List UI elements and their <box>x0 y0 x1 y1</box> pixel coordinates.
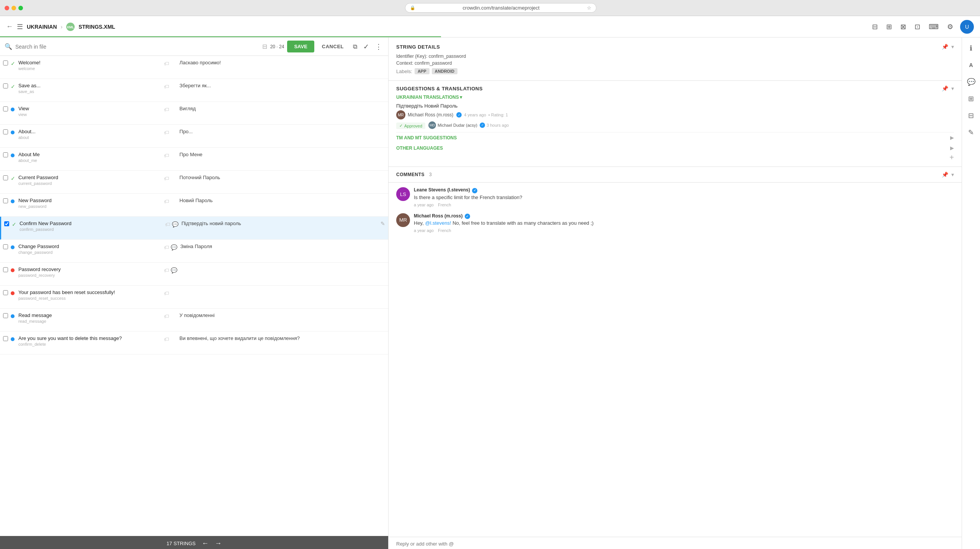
tag-icon[interactable]: 🏷 <box>164 60 169 67</box>
comment-icon[interactable]: 💬 <box>171 267 177 273</box>
checkbox[interactable] <box>3 129 8 134</box>
tag-icon[interactable]: 🏷 <box>164 313 169 319</box>
tm-label[interactable]: TM AND MT SUGGESTIONS <box>396 135 457 141</box>
row-checkbox[interactable] <box>3 267 11 273</box>
suggestions-title: SUGGESTIONS & TRANSLATIONS <box>396 86 483 92</box>
row-checkbox[interactable] <box>3 106 11 113</box>
checkbox[interactable] <box>3 244 8 249</box>
row-checkbox[interactable] <box>3 60 11 67</box>
suggestions-pin-icon[interactable]: 📌 <box>942 85 948 92</box>
checkbox[interactable] <box>3 336 8 341</box>
row-checkbox[interactable] <box>3 83 11 90</box>
table-icon[interactable]: ⊞ <box>964 91 979 106</box>
row-checkbox[interactable] <box>3 198 11 204</box>
browser-chrome: 🔒 crowdin.com/translate/acmeproject ☆ <box>0 0 980 16</box>
user-avatar[interactable]: U <box>960 20 974 34</box>
next-strings-button[interactable]: → <box>215 539 222 547</box>
checkbox[interactable] <box>3 198 8 203</box>
tag-icon[interactable]: 🏷 <box>164 336 169 342</box>
table-row[interactable]: About... about 🏷 Про... <box>0 125 388 148</box>
edit-icon[interactable]: ✎ <box>381 221 385 227</box>
tag-icon[interactable]: 🏷 <box>164 198 169 204</box>
row-source: About Me about_me <box>18 152 164 163</box>
table-row[interactable]: Your password has been reset successfull… <box>0 286 388 309</box>
ukrainian-translations-toggle[interactable]: UKRAINIAN TRANSLATIONS ▾ <box>396 95 954 100</box>
tag-icon[interactable]: 🏷 <box>164 129 169 136</box>
string-list-panel: 🔍 ⊟ 20 · 24 SAVE CANCEL ⧉ ✓ ⋮ ✓ Welcome!… <box>0 38 389 549</box>
row-checkbox[interactable] <box>3 313 11 319</box>
checkbox[interactable] <box>3 60 8 65</box>
checkbox[interactable] <box>4 221 9 226</box>
checkbox[interactable] <box>3 152 8 157</box>
checkbox[interactable] <box>3 175 8 180</box>
copy-button[interactable]: ⧉ <box>351 42 359 52</box>
tag-icon[interactable]: 🏷 <box>164 175 169 181</box>
pin-icon[interactable]: 📌 <box>942 44 948 50</box>
checkbox[interactable] <box>3 290 8 295</box>
reply-input[interactable] <box>396 541 954 547</box>
menu-button[interactable]: ☰ <box>17 23 23 31</box>
tag-icon[interactable]: 🏷 <box>164 267 169 273</box>
cancel-button[interactable]: CANCEL <box>317 41 348 52</box>
checkbox[interactable] <box>3 267 8 272</box>
tag-icon[interactable]: 🏷 <box>164 83 169 90</box>
settings-icon[interactable]: ⚙ <box>946 21 955 33</box>
tag-icon[interactable]: 🏷 <box>164 152 169 158</box>
row-checkbox[interactable] <box>3 175 11 181</box>
checkbox[interactable] <box>3 106 8 111</box>
edit-side-icon[interactable]: ✎ <box>964 125 979 140</box>
history-icon[interactable]: ⊟ <box>964 108 979 123</box>
row-checkbox[interactable] <box>3 244 11 250</box>
table-row[interactable]: About Me about_me 🏷 Про Мене <box>0 148 388 171</box>
more-button[interactable]: ⋮ <box>374 41 384 52</box>
back-button[interactable]: ← <box>6 23 13 31</box>
table-row[interactable]: Password recovery password_recovery 🏷 💬 <box>0 263 388 286</box>
comments-expand-icon[interactable]: ▾ <box>951 172 954 178</box>
table-row[interactable]: Change Password change_password 🏷 💬 Змін… <box>0 240 388 263</box>
table-row[interactable]: ✓ Welcome! welcome 🏷 Ласкаво просимо! <box>0 56 388 79</box>
layout-icon-3[interactable]: ⊠ <box>899 21 908 33</box>
table-row[interactable]: Read message read_message 🏷 У повідомлен… <box>0 309 388 332</box>
search-input[interactable] <box>15 44 259 50</box>
check-button[interactable]: ✓ <box>362 41 371 52</box>
table-row[interactable]: Are you sure you want to delete this mes… <box>0 332 388 355</box>
tag-icon[interactable]: 🏷 <box>164 244 169 250</box>
approved-icon: ✓ <box>11 60 15 67</box>
other-lang-label[interactable]: OTHER LANGUAGES <box>396 145 443 151</box>
comment-icon[interactable]: 💬 <box>171 244 177 250</box>
tag-icon[interactable]: 🏷 <box>165 221 170 227</box>
table-row[interactable]: View view 🏷 Вигляд <box>0 102 388 125</box>
info-icon[interactable]: ℹ <box>964 41 979 56</box>
row-checkbox[interactable] <box>3 336 11 342</box>
row-checkbox[interactable] <box>4 221 12 227</box>
row-checkbox[interactable] <box>3 129 11 136</box>
comment-icon[interactable]: 💬 <box>172 221 178 227</box>
save-button[interactable]: SAVE <box>287 41 314 52</box>
row-checkbox[interactable] <box>3 152 11 158</box>
filter-icon[interactable]: ⊟ <box>262 43 267 50</box>
preview-icon[interactable]: ⊡ <box>913 21 922 33</box>
keyboard-icon[interactable]: ⌨ <box>927 21 940 33</box>
translate-icon[interactable]: A <box>964 57 979 73</box>
table-row[interactable]: ✓ Current Password current_password 🏷 По… <box>0 171 388 194</box>
expand-icon[interactable]: ▾ <box>951 44 954 50</box>
address-bar[interactable]: 🔒 crowdin.com/translate/acmeproject ☆ <box>405 3 596 13</box>
table-row[interactable]: ✓ Confirm New Password confirm_password … <box>0 217 388 240</box>
row-translation-wrap: Ви впевнені, що хочете видалити це повід… <box>176 335 385 341</box>
checkbox[interactable] <box>3 313 8 318</box>
row-checkbox[interactable] <box>3 290 11 296</box>
comment-reply-box[interactable] <box>389 537 962 549</box>
tag-icon[interactable]: 🏷 <box>164 106 169 113</box>
tag-icon[interactable]: 🏷 <box>164 290 169 296</box>
table-row[interactable]: ✓ Save as... save_as 🏷 Зберегти як... <box>0 79 388 102</box>
layout-icon-1[interactable]: ⊟ <box>871 21 879 33</box>
table-row[interactable]: New Password new_password 🏷 Новий Пароль <box>0 194 388 217</box>
file-type-icon: XML <box>66 23 75 31</box>
comments-side-icon[interactable]: 💬 <box>964 74 979 90</box>
layout-icon-2[interactable]: ⊞ <box>885 21 893 33</box>
checkbox[interactable] <box>3 83 8 88</box>
suggestions-expand-icon[interactable]: ▾ <box>951 85 954 92</box>
comments-pin-icon[interactable]: 📌 <box>942 172 948 178</box>
prev-strings-button[interactable]: ← <box>202 539 209 547</box>
add-suggestion-button[interactable]: + <box>949 153 954 162</box>
